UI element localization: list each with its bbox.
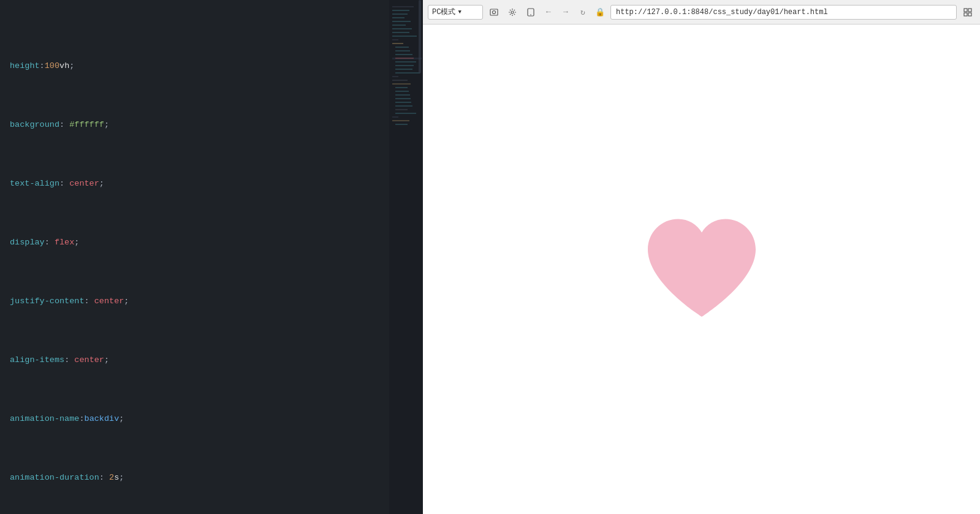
settings-button[interactable] — [505, 5, 520, 20]
code-line: justify-content: center; — [0, 294, 423, 309]
svg-rect-13 — [395, 50, 410, 51]
svg-rect-32 — [392, 116, 398, 118]
svg-rect-43 — [964, 13, 967, 16]
code-line: animation-duration: 2s; — [0, 471, 423, 485]
svg-rect-29 — [395, 105, 412, 107]
phone-button[interactable] — [523, 5, 538, 20]
svg-rect-9 — [392, 36, 417, 37]
forward-button[interactable]: → — [559, 6, 572, 19]
url-bar[interactable]: http://127.0.0.1:8848/css_study/day01/he… — [610, 5, 957, 20]
browser-content — [423, 25, 980, 514]
svg-rect-21 — [392, 76, 398, 77]
svg-rect-42 — [968, 9, 971, 12]
svg-rect-12 — [395, 47, 409, 48]
svg-rect-6 — [392, 25, 406, 26]
chevron-down-icon: ▼ — [458, 9, 461, 15]
screenshot-button[interactable] — [487, 5, 501, 20]
svg-point-38 — [511, 11, 514, 13]
svg-rect-35 — [419, 0, 421, 74]
svg-point-40 — [530, 14, 531, 15]
svg-rect-2 — [392, 10, 409, 11]
url-text: http://127.0.0.1:8848/css_study/day01/he… — [616, 8, 828, 17]
svg-rect-28 — [395, 102, 411, 103]
svg-rect-10 — [392, 39, 398, 40]
grid-icon — [963, 8, 972, 17]
svg-rect-23 — [392, 83, 411, 85]
svg-rect-14 — [395, 54, 412, 55]
svg-rect-7 — [392, 28, 412, 29]
heart-shape-container — [622, 190, 781, 349]
svg-rect-11 — [392, 43, 403, 44]
heart-shape — [634, 208, 769, 331]
svg-rect-26 — [395, 94, 410, 96]
svg-rect-19 — [395, 69, 412, 70]
svg-rect-16 — [395, 58, 414, 59]
code-line: height:100vh; — [0, 59, 423, 74]
code-minimap — [389, 0, 423, 514]
screenshot-icon — [490, 8, 498, 17]
svg-rect-3 — [392, 13, 408, 15]
svg-rect-36 — [490, 9, 498, 15]
back-button[interactable]: ← — [542, 6, 555, 19]
svg-rect-34 — [395, 124, 408, 125]
svg-rect-20 — [395, 72, 420, 74]
code-line: align-items: center; — [0, 353, 423, 368]
svg-rect-24 — [395, 87, 408, 88]
svg-rect-5 — [392, 21, 411, 22]
svg-rect-4 — [392, 17, 405, 18]
svg-rect-30 — [395, 109, 408, 110]
svg-rect-31 — [395, 113, 416, 114]
phone-icon — [527, 8, 534, 17]
code-line: background: #ffffff; — [0, 118, 423, 132]
refresh-button[interactable]: ↻ — [576, 6, 590, 19]
svg-rect-33 — [392, 120, 409, 121]
grid-button[interactable] — [960, 5, 975, 20]
mode-selector[interactable]: PC模式 ▼ — [428, 5, 483, 20]
browser-toolbar: PC模式 ▼ ← → ↻ 🔒 ht — [423, 0, 980, 25]
svg-rect-1 — [392, 6, 414, 7]
svg-rect-8 — [392, 32, 409, 33]
svg-point-37 — [493, 10, 496, 13]
mode-label: PC模式 — [432, 7, 455, 17]
svg-rect-18 — [395, 65, 414, 66]
code-content: height:100vh; background: #ffffff; text-… — [0, 0, 423, 514]
lock-icon: 🔒 — [593, 6, 607, 19]
code-line: display: flex; — [0, 235, 423, 250]
svg-rect-41 — [964, 9, 967, 12]
browser-panel: PC模式 ▼ ← → ↻ 🔒 ht — [423, 0, 980, 514]
svg-rect-22 — [392, 80, 408, 81]
code-line: animation-name:backdiv; — [0, 412, 423, 426]
svg-rect-44 — [968, 13, 971, 16]
svg-rect-27 — [395, 98, 411, 99]
gear-icon — [508, 8, 517, 17]
code-editor: height:100vh; background: #ffffff; text-… — [0, 0, 423, 514]
svg-rect-25 — [395, 91, 409, 92]
svg-rect-17 — [395, 61, 416, 62]
code-line: text-align: center; — [0, 176, 423, 191]
